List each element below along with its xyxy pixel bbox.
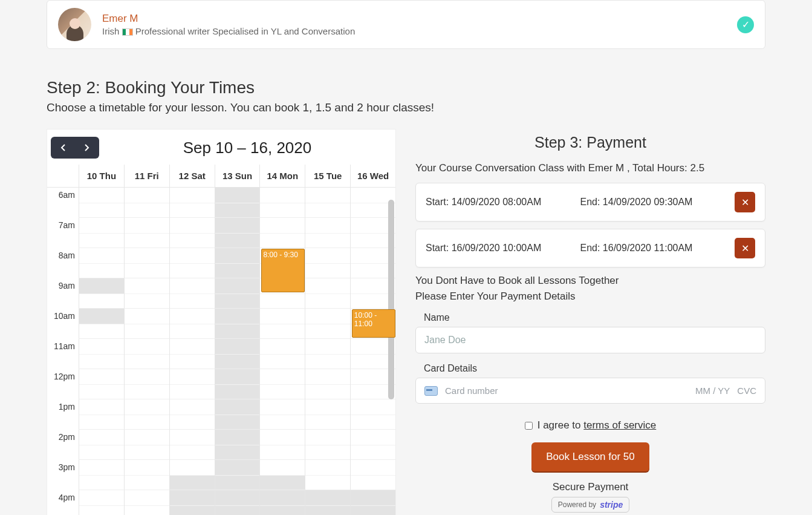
time-slot[interactable] (305, 309, 350, 339)
time-slot[interactable] (169, 339, 215, 369)
time-slot[interactable] (305, 430, 350, 460)
time-slot[interactable] (305, 460, 350, 490)
step2-sub: Choose a timetable for your lesson. You … (47, 101, 765, 114)
time-slot[interactable] (215, 430, 260, 460)
time-slot[interactable] (350, 460, 395, 490)
hour-label: 11am (47, 339, 79, 369)
hour-label: 9am (47, 278, 79, 309)
time-slot[interactable] (124, 460, 169, 490)
time-slot[interactable] (215, 399, 260, 430)
time-slot[interactable] (259, 490, 305, 515)
time-slot[interactable] (169, 309, 215, 339)
time-slot[interactable] (79, 430, 124, 460)
time-slot[interactable] (350, 430, 395, 460)
note-line: You Dont Have to Book all Lessons Togeth… (415, 275, 765, 287)
time-slot[interactable] (169, 369, 215, 399)
time-slot[interactable] (169, 278, 215, 309)
time-slot[interactable] (259, 369, 305, 399)
time-slot[interactable] (215, 278, 260, 309)
tos-checkbox[interactable] (525, 422, 533, 430)
day-header: 13 Sun (215, 165, 260, 187)
time-slot[interactable] (259, 460, 305, 490)
time-slot[interactable] (79, 309, 124, 339)
scrollbar-thumb[interactable] (388, 200, 394, 399)
name-field[interactable] (415, 327, 765, 353)
time-slot[interactable] (124, 369, 169, 399)
book-lesson-button[interactable]: Book Lesson for 50 (531, 442, 649, 471)
time-slot[interactable] (259, 399, 305, 430)
time-slot[interactable] (259, 339, 305, 369)
time-slot[interactable] (124, 339, 169, 369)
hour-label: 7am (47, 218, 79, 248)
time-slot[interactable] (124, 399, 169, 430)
card-number-ph: Card number (445, 385, 498, 396)
time-slot[interactable] (79, 460, 124, 490)
time-slot[interactable] (215, 309, 260, 339)
time-slot[interactable] (305, 278, 350, 309)
hour-label: 4pm (47, 490, 79, 515)
time-slot[interactable] (79, 278, 124, 309)
time-slot[interactable] (259, 309, 305, 339)
calendar-nav (51, 137, 99, 159)
next-week-button[interactable] (75, 137, 99, 159)
time-slot[interactable] (79, 369, 124, 399)
time-slot[interactable] (305, 248, 350, 278)
time-slot[interactable] (215, 460, 260, 490)
time-slot[interactable] (124, 188, 169, 218)
time-slot[interactable] (169, 430, 215, 460)
time-slot[interactable] (79, 339, 124, 369)
time-slot[interactable] (305, 369, 350, 399)
time-slot[interactable] (305, 188, 350, 218)
hour-label: 3pm (47, 460, 79, 490)
time-slot[interactable] (124, 218, 169, 248)
time-slot[interactable] (215, 188, 260, 218)
card-label: Card Details (415, 363, 765, 374)
flag-ireland-icon (122, 28, 133, 36)
teacher-name[interactable]: Emer M (102, 13, 355, 25)
time-slot[interactable] (350, 399, 395, 430)
delete-booking-button[interactable]: ✕ (735, 238, 755, 258)
card-field[interactable]: Card number MM / YY CVC (415, 378, 765, 404)
calendar-day-header: 10 Thu 11 Fri 12 Sat 13 Sun 14 Mon 15 Tu… (47, 165, 395, 188)
time-slot[interactable] (124, 490, 169, 515)
time-slot[interactable] (215, 248, 260, 278)
prev-week-button[interactable] (51, 137, 75, 159)
time-slot[interactable] (169, 248, 215, 278)
hour-label: 12pm (47, 369, 79, 399)
time-slot[interactable] (259, 188, 305, 218)
time-slot[interactable] (169, 460, 215, 490)
time-slot[interactable] (79, 490, 124, 515)
calendar-event[interactable]: 10:00 - 11:00 (352, 309, 395, 338)
time-slot[interactable] (305, 218, 350, 248)
time-slot[interactable] (305, 399, 350, 430)
time-slot[interactable] (79, 248, 124, 278)
time-slot[interactable] (124, 248, 169, 278)
time-slot[interactable] (259, 218, 305, 248)
time-slot[interactable] (305, 339, 350, 369)
tos-link[interactable]: terms of service (583, 419, 656, 431)
time-slot[interactable] (124, 309, 169, 339)
calendar: Sep 10 – 16, 2020 10 Thu 11 Fri 12 Sat 1… (47, 129, 396, 515)
time-slot[interactable] (79, 188, 124, 218)
time-slot[interactable] (124, 278, 169, 309)
time-slot[interactable] (215, 369, 260, 399)
time-slot[interactable] (169, 490, 215, 515)
time-slot[interactable] (215, 490, 260, 515)
time-slot[interactable] (215, 218, 260, 248)
time-slot[interactable] (79, 399, 124, 430)
time-slot[interactable] (124, 430, 169, 460)
delete-booking-button[interactable]: ✕ (735, 192, 755, 212)
avatar (58, 8, 91, 41)
tos-prefix: I agree to (538, 419, 584, 431)
time-slot[interactable] (305, 490, 350, 515)
time-slot[interactable] (350, 490, 395, 515)
hour-label: 6am (47, 188, 79, 218)
time-slot[interactable] (215, 339, 260, 369)
time-slot[interactable] (169, 399, 215, 430)
time-slot[interactable] (169, 218, 215, 248)
time-slot[interactable] (79, 218, 124, 248)
calendar-body[interactable]: 6am7am8am9am10am11am12pm1pm2pm3pm4pm8:00… (47, 188, 395, 515)
time-slot[interactable] (259, 430, 305, 460)
calendar-event[interactable]: 8:00 - 9:30 (261, 249, 305, 292)
time-slot[interactable] (169, 188, 215, 218)
